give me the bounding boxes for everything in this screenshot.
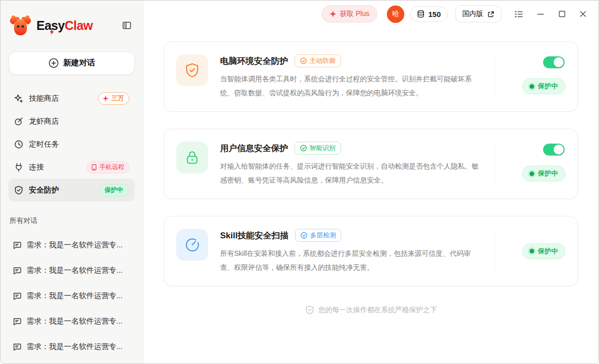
sparkle-icon xyxy=(14,94,23,103)
chat-icon xyxy=(12,343,21,352)
plus-circle-icon xyxy=(48,58,59,68)
sidebar-item-label: 安全防护 xyxy=(29,185,59,195)
chat-list-item[interactable]: 需求：我是一名软件运营专... xyxy=(8,258,135,283)
logo-row: EasyClaw xyxy=(8,13,135,37)
chat-icon xyxy=(12,241,21,250)
titlebar: 获取 Plus 哈 150 国内版 xyxy=(143,0,599,27)
bolt-icon xyxy=(49,29,54,35)
chat-title: 需求：我是一名软件运营专... xyxy=(26,266,123,275)
chat-icon xyxy=(12,266,21,275)
chat-title: 需求：我是一名软件运营专... xyxy=(26,342,123,352)
main-area: 获取 Plus 哈 150 国内版 xyxy=(143,0,599,364)
coins-icon xyxy=(417,10,425,18)
spark-icon xyxy=(102,95,109,102)
new-chat-button[interactable]: 新建对话 xyxy=(8,51,135,75)
chat-title: 需求：我是一名软件运营专... xyxy=(26,291,123,301)
protection-toggle[interactable] xyxy=(543,56,565,68)
card-description: 当智能体调用各类工具时，系统会进行全过程的安全管控。识别并拦截可能破坏系统、窃取… xyxy=(220,72,483,100)
shield-check-icon xyxy=(176,54,208,86)
credits-count: 150 xyxy=(428,10,441,18)
skill-count-badge: 三万 xyxy=(98,92,129,105)
all-chats-label: 所有对话 xyxy=(8,216,135,225)
feature-badge: 多层检测 xyxy=(295,229,341,242)
sidebar-collapse-icon[interactable] xyxy=(122,20,132,30)
chat-title: 需求：我是一名软件运营专... xyxy=(26,317,123,326)
card-computer-security: 电脑环境安全防护 主动防御 当智能体调用各类工具时，系统会进行全过程的安全管控。… xyxy=(164,41,578,112)
task-list-icon[interactable] xyxy=(514,9,524,19)
avatar[interactable]: 哈 xyxy=(387,5,404,23)
brand-claw: Claw xyxy=(64,18,92,32)
scan-timer-icon xyxy=(176,229,208,261)
credits-button[interactable]: 150 xyxy=(410,6,448,22)
footer-note: 您的每一次操作都在系统严格保护之下 xyxy=(164,305,578,315)
app-window: EasyClaw 新建对话 xyxy=(0,0,599,364)
status-dot xyxy=(530,249,534,253)
check-circle-icon xyxy=(300,145,307,152)
card-skill-scan: Skill技能安全扫描 多层检测 所有Skill在安装和接入前，系统都会进行多层… xyxy=(164,216,578,286)
phone-remote-badge: 手机远程 xyxy=(86,161,129,174)
status-badge: 保护中 xyxy=(522,243,566,259)
protecting-badge: 保护中 xyxy=(99,184,130,196)
chat-list-item[interactable]: 需求：我是一名软件运营专... xyxy=(8,309,135,334)
status-badge: 保护中 xyxy=(522,78,566,94)
sidebar-item-label: 技能商店 xyxy=(29,94,59,103)
check-circle-icon xyxy=(300,232,307,239)
card-user-info-security: 用户信息安全保护 智能识别 对输入给智能体的任务、提示词进行智能安全识别，自动检… xyxy=(164,129,578,199)
status-dot xyxy=(530,172,534,176)
sidebar-item-lobster-store[interactable]: 龙虾商店 xyxy=(8,110,135,133)
card-title: 用户信息安全保护 xyxy=(220,143,288,154)
sidebar-item-skill-store[interactable]: 技能商店 三万 xyxy=(8,87,135,110)
spark-icon xyxy=(329,10,336,17)
footer-note-text: 您的每一次操作都在系统严格保护之下 xyxy=(318,306,437,315)
sidebar-item-security[interactable]: 安全防护 保护中 xyxy=(8,179,135,201)
get-plus-label: 获取 Plus xyxy=(340,9,369,18)
shield-check-icon xyxy=(305,305,314,315)
chat-icon xyxy=(12,292,21,301)
sidebar-item-label: 定时任务 xyxy=(29,140,59,149)
external-link-icon xyxy=(487,10,495,18)
sidebar-nav: 技能商店 三万 龙虾商店 xyxy=(8,87,135,201)
sidebar: EasyClaw 新建对话 xyxy=(0,0,143,364)
plug-icon xyxy=(14,163,23,172)
lock-icon xyxy=(176,142,208,174)
sidebar-item-connect[interactable]: 连接 手机远程 xyxy=(8,156,135,179)
card-title: Skill技能安全扫描 xyxy=(220,230,289,241)
chat-list: 需求：我是一名软件运营专... 需求：我是一名软件运营专... 需求：我是一名软… xyxy=(8,232,135,360)
feature-badge: 智能识别 xyxy=(295,142,341,155)
region-label: 国内版 xyxy=(462,9,483,18)
security-settings-panel: 电脑环境安全防护 主动防御 当智能体调用各类工具时，系统会进行全过程的安全管控。… xyxy=(164,41,578,315)
card-description: 对输入给智能体的任务、提示词进行智能安全识别，自动检测是否包含个人隐私、敏感密钥… xyxy=(220,159,483,187)
sidebar-item-label: 龙虾商店 xyxy=(29,117,59,126)
chat-title: 需求：我是一名软件运营专... xyxy=(26,240,123,250)
minimize-button[interactable] xyxy=(536,9,545,18)
new-chat-label: 新建对话 xyxy=(63,58,95,68)
region-button[interactable]: 国内版 xyxy=(455,5,502,22)
chat-list-item[interactable]: 需求：我是一名软件运营专... xyxy=(8,232,135,258)
phone-icon xyxy=(91,164,97,171)
close-button[interactable] xyxy=(579,9,588,18)
sidebar-item-label: 连接 xyxy=(29,163,44,172)
chat-list-item[interactable]: 需求：我是一名软件运营专... xyxy=(8,334,135,360)
lobster-logo-icon xyxy=(8,13,32,37)
maximize-button[interactable] xyxy=(558,9,567,18)
feature-badge: 主动防御 xyxy=(295,54,341,67)
check-circle-icon xyxy=(300,57,307,64)
chat-icon xyxy=(12,317,21,326)
sidebar-item-scheduled-tasks[interactable]: 定时任务 xyxy=(8,133,135,156)
status-dot xyxy=(530,84,534,89)
card-description: 所有Skill在安装和接入前，系统都会进行多层安全检测，包括来源可信度、代码审查… xyxy=(220,246,483,274)
card-title: 电脑环境安全防护 xyxy=(220,55,288,67)
shield-icon xyxy=(14,185,23,195)
protection-toggle[interactable] xyxy=(543,144,565,156)
chat-list-item[interactable]: 需求：我是一名软件运营专... xyxy=(8,283,135,309)
clock-icon xyxy=(14,140,23,149)
lobster-store-icon xyxy=(14,117,23,126)
get-plus-button[interactable]: 获取 Plus xyxy=(321,5,377,22)
brand-name: EasyClaw xyxy=(36,18,93,33)
status-badge: 保护中 xyxy=(522,166,566,182)
